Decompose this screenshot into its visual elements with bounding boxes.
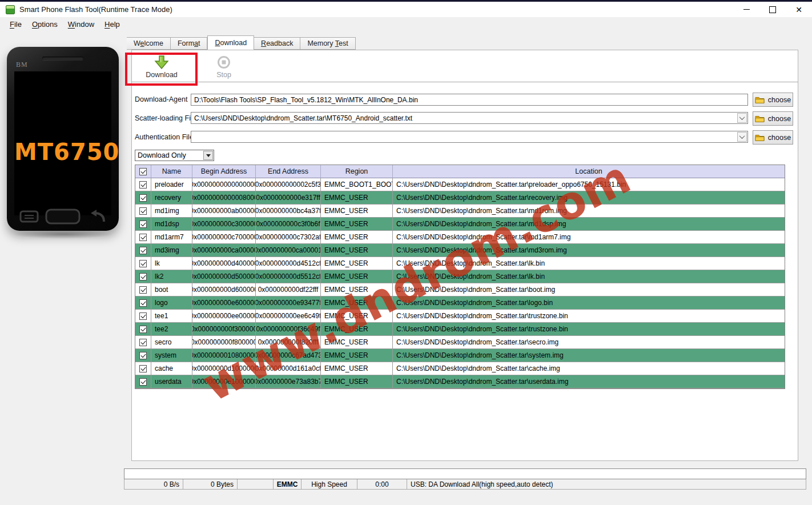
tab-label-post: ownload: [220, 39, 247, 47]
tab-label-accel: a: [194, 39, 198, 47]
cell-name: lk: [151, 257, 192, 270]
close-button[interactable]: ✕: [786, 2, 812, 17]
cell-begin-address: 0x000000000ab00000: [192, 205, 256, 218]
row-checkbox[interactable]: [139, 273, 147, 280]
download-mode-select[interactable]: Download Only: [135, 150, 214, 161]
table-row[interactable]: userdata 0x00000000e1000000 0x00000000e7…: [135, 375, 785, 388]
auth-file-input[interactable]: [191, 131, 748, 143]
cell-begin-address: 0x0000000010800000: [192, 349, 256, 362]
table-row[interactable]: secro 0x000000000f800000 0x000000000f820…: [135, 336, 785, 349]
row-checkbox[interactable]: [139, 339, 147, 346]
scatter-file-dropdown-button[interactable]: [737, 113, 747, 123]
row-checkbox[interactable]: [139, 194, 147, 202]
table-row[interactable]: preloader 0x0000000000000000 0x000000000…: [135, 178, 785, 191]
cell-location: C:\Users\DND\Desktop\dndrom_Scatter.tar\…: [393, 283, 785, 296]
row-checkbox[interactable]: [139, 352, 147, 359]
cell-location: C:\Users\DND\Desktop\dndrom_Scatter.tar\…: [393, 362, 785, 375]
minimize-button[interactable]: [733, 2, 759, 17]
download-button[interactable]: Download: [139, 55, 184, 79]
cell-begin-address: 0x000000000c700000: [192, 231, 256, 244]
cell-region: EMMC_USER: [321, 283, 393, 296]
cell-end-address: 0x000000000df22fff: [256, 283, 321, 296]
cell-name: preloader: [151, 178, 192, 191]
row-checkbox[interactable]: [139, 326, 147, 333]
col-header-region[interactable]: Region: [321, 165, 393, 178]
menu-item[interactable]: File: [5, 19, 27, 30]
toolbar-separator: [131, 82, 798, 82]
row-checkbox[interactable]: [139, 247, 147, 254]
tab-label-accel: D: [215, 39, 220, 47]
cell-location: C:\Users\DND\Desktop\dndrom_Scatter.tar\…: [393, 257, 785, 270]
select-all-checkbox[interactable]: [139, 168, 147, 175]
tab[interactable]: Format: [171, 37, 208, 50]
table-row[interactable]: tee2 0x000000000f300000 0x000000000f36c4…: [135, 323, 785, 336]
col-header-location[interactable]: Location: [393, 165, 785, 178]
row-checkbox[interactable]: [139, 207, 147, 215]
choose-button-label: choose: [768, 134, 791, 142]
cell-name: system: [151, 349, 192, 362]
cell-location: C:\Users\DND\Desktop\dndrom_Scatter.tar\…: [393, 191, 785, 205]
cell-region: EMMC_USER: [321, 375, 393, 388]
menu-item[interactable]: Window: [63, 19, 99, 30]
table-row[interactable]: boot 0x000000000d600000 0x000000000df22f…: [135, 283, 785, 296]
cell-begin-address: 0x000000000d500000: [192, 270, 256, 283]
download-arrow-icon: [154, 55, 169, 69]
cell-end-address: 0x0000000000e317ff: [256, 191, 321, 205]
cell-location: C:\Users\DND\Desktop\dndrom_Scatter.tar\…: [393, 231, 785, 244]
cell-end-address: 0x000000000d4512cf: [256, 257, 321, 270]
row-checkbox[interactable]: [139, 286, 147, 294]
row-checkbox[interactable]: [139, 312, 147, 320]
cell-name: cache: [151, 362, 192, 375]
status-elapsed-time: 0:00: [357, 479, 407, 489]
download-agent-label: Download-Agent: [135, 95, 187, 103]
row-checkbox[interactable]: [139, 378, 147, 386]
tab[interactable]: Memory Test: [300, 37, 355, 50]
stop-icon: [216, 55, 231, 69]
table-row[interactable]: md1img 0x000000000ab00000 0x000000000bc4…: [135, 205, 785, 218]
maximize-button[interactable]: [759, 2, 786, 17]
menu-item[interactable]: Help: [99, 19, 125, 30]
table-row[interactable]: lk 0x000000000d400000 0x000000000d4512cf…: [135, 257, 785, 270]
table-row[interactable]: system 0x0000000010800000 0x00000000c67a…: [135, 349, 785, 362]
scatter-file-input[interactable]: [191, 112, 748, 124]
col-header-end-address[interactable]: End Address: [256, 165, 321, 178]
table-row[interactable]: tee1 0x000000000ee00000 0x000000000ee6c4…: [135, 310, 785, 323]
table-row[interactable]: recovery 0x0000000000008000 0x0000000000…: [135, 191, 785, 205]
auth-file-dropdown-button[interactable]: [737, 132, 747, 142]
auth-file-choose-button[interactable]: choose: [753, 130, 793, 145]
table-row[interactable]: logo 0x000000000e600000 0x000000000e9347…: [135, 296, 785, 310]
table-row[interactable]: lk2 0x000000000d500000 0x000000000d5512c…: [135, 270, 785, 283]
scatter-file-choose-button[interactable]: choose: [753, 111, 793, 126]
row-checkbox[interactable]: [139, 234, 147, 241]
download-mode-dropdown-button[interactable]: [203, 151, 213, 160]
cell-end-address: 0x000000000d5512cf: [256, 270, 321, 283]
menubar: File Options Window Help: [0, 17, 812, 31]
download-agent-input[interactable]: [191, 94, 748, 106]
menu-item[interactable]: Options: [27, 19, 63, 30]
table-row[interactable]: md1arm7 0x000000000c700000 0x000000000c7…: [135, 231, 785, 244]
cell-location: C:\Users\DND\Desktop\dndrom_Scatter.tar\…: [393, 310, 785, 323]
table-row[interactable]: md3img 0x000000000ca00000 0x000000000ca0…: [135, 244, 785, 257]
table-row[interactable]: cache 0x00000000d1000000 0x00000000d161a…: [135, 362, 785, 375]
cell-end-address: 0x000000000c7302af: [256, 231, 321, 244]
table-row[interactable]: md1dsp 0x000000000c300000 0x000000000c3f…: [135, 218, 785, 231]
row-checkbox[interactable]: [139, 365, 147, 372]
cell-region: EMMC_USER: [321, 257, 393, 270]
row-checkbox[interactable]: [139, 260, 147, 267]
tab[interactable]: Readback: [254, 37, 300, 50]
row-checkbox[interactable]: [139, 299, 147, 307]
cell-begin-address: 0x000000000d400000: [192, 257, 256, 270]
download-agent-choose-button[interactable]: choose: [753, 93, 793, 107]
cell-name: md1dsp: [151, 218, 192, 231]
stop-button[interactable]: Stop: [207, 55, 241, 79]
col-header-begin-address[interactable]: Begin Address: [192, 165, 256, 178]
tab[interactable]: Welcome: [127, 37, 171, 50]
tab[interactable]: Download: [207, 35, 254, 50]
cell-region: EMMC_USER: [321, 205, 393, 218]
status-usb-speed: High Speed: [302, 479, 357, 489]
status-storage-type: EMMC: [274, 479, 302, 489]
cell-name: logo: [151, 296, 192, 310]
row-checkbox[interactable]: [139, 181, 147, 189]
row-checkbox[interactable]: [139, 221, 147, 228]
col-header-name[interactable]: Name: [151, 165, 192, 178]
